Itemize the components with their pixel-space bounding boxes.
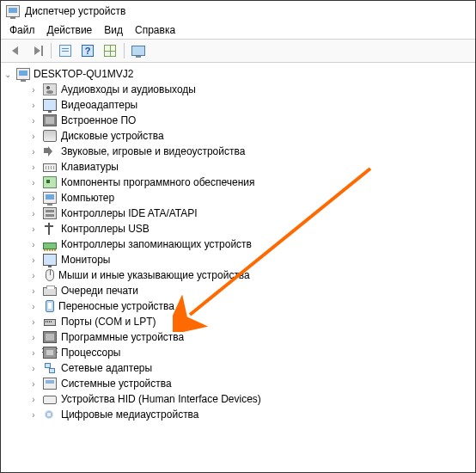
keyboard-icon bbox=[43, 163, 57, 172]
tree-node[interactable]: ›Клавиатуры bbox=[3, 159, 473, 175]
media-icon bbox=[43, 408, 57, 421]
chevron-right-icon[interactable]: › bbox=[28, 147, 39, 157]
tree-node[interactable]: ›Компьютер bbox=[3, 190, 473, 206]
menu-view[interactable]: Вид bbox=[104, 24, 123, 36]
device-tree[interactable]: ⌄ DESKTOP-QU1MVJ2 ›Аудиовходы и аудиовых… bbox=[1, 63, 475, 426]
display-icon bbox=[43, 254, 57, 266]
display-icon bbox=[43, 99, 57, 111]
app-icon bbox=[6, 5, 20, 17]
forward-button[interactable] bbox=[27, 41, 47, 60]
tree-node[interactable]: ›Дисковые устройства bbox=[3, 128, 473, 144]
cpu-icon bbox=[43, 347, 57, 359]
usb-icon bbox=[43, 223, 57, 235]
printer-icon bbox=[43, 287, 57, 296]
tree-node[interactable]: ›Программные устройства bbox=[3, 329, 473, 345]
computer-icon bbox=[43, 192, 57, 204]
tree-node[interactable]: ›Мыши и иные указывающие устройства bbox=[3, 267, 473, 283]
tree-node[interactable]: ›Мониторы bbox=[3, 252, 473, 267]
chevron-right-icon[interactable]: › bbox=[28, 255, 39, 265]
menu-file[interactable]: Файл bbox=[9, 24, 35, 36]
tree-node[interactable]: ›Аудиовходы и аудиовыходы bbox=[3, 82, 473, 97]
chip-icon bbox=[43, 114, 57, 126]
back-button[interactable] bbox=[4, 41, 25, 60]
port-icon bbox=[43, 316, 57, 328]
window-title: Диспетчер устройств bbox=[25, 5, 125, 17]
chevron-right-icon[interactable]: › bbox=[28, 410, 39, 420]
tree-node[interactable]: ›Системные устройства bbox=[3, 376, 473, 391]
node-label: Контроллеры запоминающих устройств bbox=[61, 238, 252, 250]
arrow-left-icon bbox=[12, 46, 18, 55]
chevron-right-icon[interactable]: › bbox=[28, 101, 39, 110]
tree-node[interactable]: ›Процессоры bbox=[3, 345, 473, 360]
tree-node[interactable]: ›Компоненты программного обеспечения bbox=[3, 175, 473, 190]
show-hidden-button[interactable] bbox=[100, 41, 120, 60]
chevron-right-icon[interactable]: › bbox=[28, 364, 39, 373]
chevron-right-icon[interactable]: › bbox=[28, 85, 39, 95]
node-label: Компьютер bbox=[61, 192, 114, 204]
tree-node[interactable]: ›Устройства HID (Human Interface Devices… bbox=[3, 391, 473, 407]
tree-node[interactable]: ›Очереди печати bbox=[3, 283, 473, 298]
node-label: Встроенное ПО bbox=[61, 114, 136, 126]
grid-icon bbox=[104, 45, 116, 57]
component-icon bbox=[43, 176, 57, 188]
chevron-right-icon[interactable]: › bbox=[28, 132, 39, 141]
system-icon bbox=[43, 378, 57, 390]
tree-node[interactable]: ›Контроллеры запоминающих устройств bbox=[3, 236, 473, 252]
portable-icon bbox=[46, 300, 54, 312]
tree-node[interactable]: ›Контроллеры IDE ATA/ATAPI bbox=[3, 206, 473, 221]
arrow-right-icon bbox=[34, 46, 40, 55]
chevron-right-icon[interactable]: › bbox=[28, 379, 39, 389]
tree-node[interactable]: ›Порты (COM и LPT) bbox=[3, 314, 473, 329]
disk-icon bbox=[43, 130, 57, 142]
menu-action[interactable]: Действие bbox=[47, 24, 93, 36]
computer-icon bbox=[16, 68, 30, 80]
chevron-right-icon[interactable]: › bbox=[28, 395, 39, 404]
scan-hardware-button[interactable] bbox=[128, 41, 149, 60]
tree-root[interactable]: ⌄ DESKTOP-QU1MVJ2 bbox=[3, 66, 473, 82]
chevron-right-icon[interactable]: › bbox=[28, 317, 39, 327]
chevron-right-icon[interactable]: › bbox=[28, 178, 39, 187]
chevron-right-icon[interactable]: › bbox=[28, 163, 39, 172]
help-button[interactable]: ? bbox=[77, 41, 98, 60]
chip-icon bbox=[43, 331, 57, 343]
node-label: Процессоры bbox=[61, 347, 121, 359]
monitor-icon bbox=[131, 46, 145, 56]
chevron-right-icon[interactable]: › bbox=[28, 209, 39, 218]
node-label: Контроллеры USB bbox=[61, 223, 150, 235]
root-label: DESKTOP-QU1MVJ2 bbox=[34, 68, 133, 80]
chevron-right-icon[interactable]: › bbox=[28, 286, 39, 296]
node-label: Дисковые устройства bbox=[61, 130, 164, 142]
node-label: Переносные устройства bbox=[58, 300, 174, 312]
chevron-right-icon[interactable]: › bbox=[28, 348, 39, 358]
chevron-right-icon[interactable]: › bbox=[28, 302, 39, 311]
chevron-right-icon[interactable]: › bbox=[28, 194, 39, 203]
properties-icon bbox=[59, 45, 71, 57]
tree-node[interactable]: ›Звуковые, игровые и видеоустройства bbox=[3, 144, 473, 159]
tree-node[interactable]: ›Переносные устройства bbox=[3, 298, 473, 314]
node-label: Компоненты программного обеспечения bbox=[61, 176, 255, 188]
node-label: Мыши и иные указывающие устройства bbox=[58, 269, 250, 281]
chevron-right-icon[interactable]: › bbox=[28, 116, 39, 126]
properties-button[interactable] bbox=[55, 41, 76, 60]
node-label: Устройства HID (Human Interface Devices) bbox=[61, 393, 261, 405]
menu-help[interactable]: Справка bbox=[135, 24, 175, 36]
node-label: Программные устройства bbox=[61, 331, 184, 343]
memory-icon bbox=[43, 243, 57, 249]
expander-icon[interactable]: ⌄ bbox=[3, 70, 13, 79]
tree-node[interactable]: ›Видеоадаптеры bbox=[3, 97, 473, 113]
ide-icon bbox=[43, 207, 57, 219]
tree-node[interactable]: ›Контроллеры USB bbox=[3, 221, 473, 236]
toolbar-separator bbox=[124, 43, 125, 58]
node-label: Звуковые, игровые и видеоустройства bbox=[61, 145, 245, 157]
chevron-right-icon[interactable]: › bbox=[28, 224, 39, 234]
mouse-icon bbox=[46, 269, 54, 281]
chevron-right-icon[interactable]: › bbox=[28, 240, 39, 249]
tree-node[interactable]: ›Встроенное ПО bbox=[3, 113, 473, 128]
chevron-right-icon[interactable]: › bbox=[28, 271, 39, 280]
tree-node[interactable]: ›Сетевые адаптеры bbox=[3, 360, 473, 376]
speaker-icon bbox=[43, 83, 57, 95]
tree-node[interactable]: ›Цифровые медиаустройства bbox=[3, 407, 473, 422]
node-label: Очереди печати bbox=[61, 285, 138, 297]
chevron-right-icon[interactable]: › bbox=[28, 333, 39, 342]
hid-icon bbox=[43, 396, 57, 404]
